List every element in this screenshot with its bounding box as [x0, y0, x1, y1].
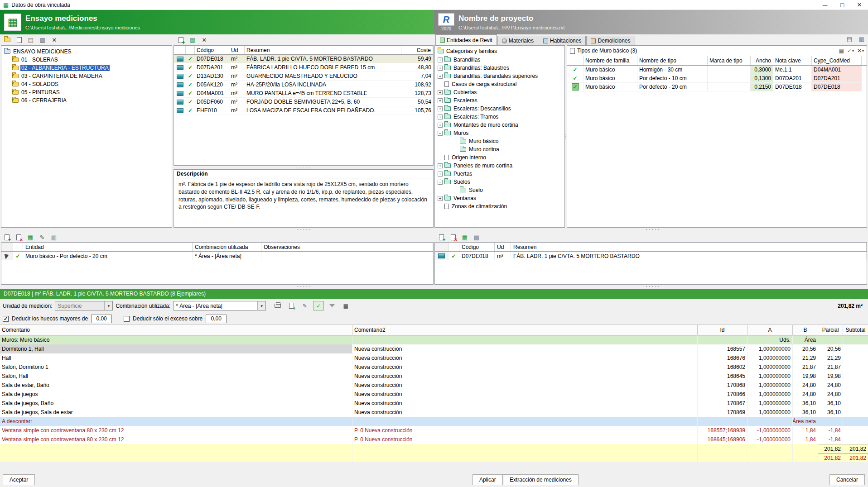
- apply-button[interactable]: Aplicar: [473, 474, 503, 485]
- category-tree-item[interactable]: Montantes de muro cortina: [435, 121, 564, 129]
- add-entity-button[interactable]: [2, 233, 12, 242]
- deduct-hollows-input[interactable]: [91, 315, 112, 323]
- expander-icon[interactable]: [438, 180, 443, 185]
- layout-vertical-button[interactable]: ▥: [857, 34, 867, 43]
- category-tree-item[interactable]: Barandillas: Barandales superiores: [435, 72, 564, 80]
- expander-icon[interactable]: [438, 90, 443, 95]
- expander-icon[interactable]: [438, 172, 443, 177]
- entity-row[interactable]: Muro básico - Por defecto - 20 cm * Área…: [1, 252, 433, 260]
- copy-measurement-button[interactable]: ▥: [49, 233, 59, 242]
- expander-icon[interactable]: [438, 74, 443, 79]
- measurement-row[interactable]: Dormitorio 1, Hall Nueva construcción 16…: [0, 344, 868, 353]
- add-concept-button[interactable]: [176, 35, 186, 44]
- category-tree-item[interactable]: Barandillas: [435, 56, 564, 64]
- tab[interactable]: Entidades de Revit: [435, 34, 497, 45]
- measurement-row[interactable]: Sala de juegos, Baño Nueva construcción …: [0, 399, 868, 408]
- expander-icon[interactable]: [438, 131, 443, 136]
- category-tree-item[interactable]: Suelos: [435, 178, 564, 186]
- tree-view-button[interactable]: ▤: [26, 35, 36, 44]
- combination-select[interactable]: * Área - [Área neta] ▾: [173, 301, 266, 310]
- concept-row[interactable]: D07DA201 m² FÁBRICA LADRILLO HUECO DOBLE…: [174, 63, 433, 72]
- main-vertical-splitter[interactable]: [434, 45, 434, 228]
- accept-types-button[interactable]: ✓▾: [847, 48, 854, 54]
- delete-chapter-button[interactable]: ✕: [49, 35, 59, 44]
- expander-icon[interactable]: [438, 115, 443, 119]
- maximize-button[interactable]: ▢: [834, 0, 851, 10]
- print-button[interactable]: [272, 301, 283, 310]
- deduct-excess-input[interactable]: [206, 315, 227, 323]
- add-linked-concept-button[interactable]: [436, 233, 446, 242]
- layout-horizontal-button[interactable]: ▤: [844, 34, 854, 43]
- deduct-hollows-checkbox[interactable]: [3, 316, 9, 322]
- measurement-row[interactable]: Sala de juegos Nueva construcción 170866…: [0, 390, 868, 399]
- edit-measurement-button[interactable]: ✎: [37, 233, 47, 242]
- chapter-tree-item[interactable]: ENSAYO MEDICIONES: [1, 48, 172, 56]
- expander-icon[interactable]: [438, 196, 443, 201]
- remove-concept-button[interactable]: ✕: [199, 35, 209, 44]
- category-tree-item[interactable]: Muros: [435, 129, 564, 137]
- category-tree-item[interactable]: Origen interno: [435, 153, 564, 162]
- category-tree-item[interactable]: Barandillas: Balaustres: [435, 64, 564, 72]
- close-button[interactable]: ✕: [851, 0, 868, 10]
- category-tree-item[interactable]: Cubiertas: [435, 88, 564, 96]
- deduct-excess-checkbox[interactable]: [124, 316, 130, 322]
- upper-horizontal-splitter[interactable]: ····· ·····: [0, 228, 868, 232]
- chapter-tree-item[interactable]: 03 - CARPINTERIA DE MADERA: [1, 72, 172, 80]
- category-tree-item[interactable]: Casos de carga estructural: [435, 80, 564, 88]
- expander-icon[interactable]: [438, 123, 443, 128]
- concept-table-button[interactable]: ▦: [460, 233, 470, 242]
- splitter-handle[interactable]: ·····: [174, 166, 434, 169]
- category-tree-item[interactable]: Escaleras: Descansillos: [435, 105, 564, 113]
- type-row[interactable]: Muro básico Por defecto - 10 cm 0,1300 D…: [567, 74, 867, 83]
- expander-icon[interactable]: [438, 106, 443, 111]
- minimize-button[interactable]: —: [816, 0, 834, 10]
- measurement-row[interactable]: Salón, Hall Nueva construcción 168645 1,…: [0, 372, 868, 381]
- category-tree-item[interactable]: Puertas: [435, 170, 564, 178]
- measurement-group-row[interactable]: Muros: Muro básico Uds. Área: [0, 335, 868, 344]
- splitter-handle[interactable]: ·····: [646, 284, 661, 288]
- category-tree-item[interactable]: Ventanas: [435, 194, 564, 202]
- chapter-page-button[interactable]: [14, 35, 24, 44]
- measurement-row[interactable]: Salón, Dormitorio 1 Nueva construcción 1…: [0, 363, 868, 372]
- types-table-button[interactable]: ▦: [839, 48, 844, 54]
- tab[interactable]: Habitaciones: [539, 36, 586, 45]
- category-tree-item[interactable]: Zonas de climatización: [435, 202, 564, 210]
- splitter-handle[interactable]: ·····: [297, 284, 312, 288]
- type-row[interactable]: Muro básico Por defecto - 20 cm 0,2150 D…: [567, 83, 867, 91]
- lower-horizontal-splitter[interactable]: ····· ·····: [0, 285, 868, 289]
- category-tree-item[interactable]: Muro cortina: [435, 145, 564, 153]
- concept-row[interactable]: D05AK120 m² HA-25P/20/lla LOSA INCLINADA…: [174, 81, 433, 89]
- categories-splitter[interactable]: ⋮: [565, 45, 567, 228]
- filter-button[interactable]: [327, 301, 338, 310]
- edit-button[interactable]: ✎: [299, 301, 310, 310]
- measurement-table-button[interactable]: ▦: [25, 233, 35, 242]
- measurement-row[interactable]: Sala de juegos, Sala de estar Nueva cons…: [0, 408, 868, 417]
- category-tree-item[interactable]: Escaleras: Tramos: [435, 113, 564, 121]
- concept-row[interactable]: D05DF060 m² FORJADO DOBLE SEMIVIGUETA 22…: [174, 98, 433, 106]
- deduction-row[interactable]: Ventana simple con contraventana 80 x 23…: [0, 426, 868, 435]
- unit-select[interactable]: Superficie ▾: [55, 301, 113, 310]
- chapter-tree-item[interactable]: 06 - CERRAJERIA: [1, 96, 172, 105]
- concept-row[interactable]: D07DE018 m² FÁB. LADR. 1 pie C/VTA. 5 MO…: [174, 55, 433, 63]
- concept-row[interactable]: D04MA001 m² MURO PANTALLA e=45 cm TERREN…: [174, 89, 433, 98]
- deduction-row[interactable]: Ventana simple con contraventana 80 x 23…: [0, 435, 868, 444]
- chapter-tree-item[interactable]: 04 - SOLADOS: [1, 80, 172, 88]
- splitter-handle[interactable]: ·····: [646, 227, 661, 231]
- chapter-tree-item[interactable]: 02 - ALBAÑILERIA - ESTRUCTURA: [1, 64, 172, 72]
- grid-view-button[interactable]: ▦: [340, 301, 351, 310]
- approve-toggle[interactable]: ✓: [313, 301, 324, 310]
- expander-icon[interactable]: [438, 163, 443, 168]
- expander-icon[interactable]: [438, 98, 443, 103]
- measurement-row[interactable]: Sala de estar, Baño Nueva construcción 1…: [0, 381, 868, 390]
- concept-row[interactable]: D13AD130 m² GUARNECIDO MAESTREADO Y ENLU…: [174, 72, 433, 81]
- category-tree-item[interactable]: Paneles de muro cortina: [435, 162, 564, 170]
- extract-measurements-button[interactable]: Extracción de mediciones: [503, 474, 579, 485]
- concept-row[interactable]: EHE010 m² LOSA MACIZA DE ESCALERA CON PE…: [174, 106, 433, 115]
- measurement-row[interactable]: Hall Nueva construcción 168676 1,0000000…: [0, 353, 868, 363]
- expander-icon[interactable]: [438, 66, 443, 71]
- splitter-handle[interactable]: ·····: [297, 227, 312, 231]
- levels-view-button[interactable]: ▥: [38, 35, 48, 44]
- tab[interactable]: Materiales: [497, 36, 538, 45]
- category-tree-item[interactable]: Suelo: [435, 186, 564, 194]
- delete-linked-concept-button[interactable]: [448, 233, 458, 242]
